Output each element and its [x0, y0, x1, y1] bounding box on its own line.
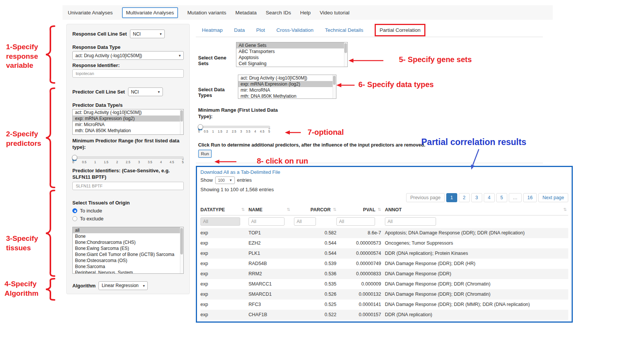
column-header-pval[interactable]: PVAL⇅ — [336, 207, 381, 212]
pagination: Previous page 1 2 3 4 5 … 16 Next page — [200, 193, 568, 202]
results-table: DATATYPE⇅ NAME⇅ PARCOR⇅ PVAL⇅ ANNOT⇅ exp… — [200, 204, 568, 320]
sort-icon[interactable]: ⇅ — [333, 207, 336, 212]
list-option-selected[interactable]: exp: mRNA Expression (log2) — [73, 115, 183, 122]
list-option[interactable]: Bone:Osteosarcoma (OS) — [73, 257, 183, 264]
tab-data[interactable]: Data — [234, 27, 245, 33]
page-button-1[interactable]: 1 — [446, 193, 457, 202]
tab-plot[interactable]: Plot — [256, 27, 265, 33]
table-body: expTOP10.5828.6e-7Apoptosis; DNA Damage … — [200, 228, 568, 320]
tab-partial-correlation[interactable]: Partial Correlation — [375, 24, 425, 36]
nav-tab-search-ids[interactable]: Search IDs — [266, 10, 291, 16]
sort-icon[interactable]: ⇅ — [287, 207, 290, 212]
list-option[interactable]: Apoptosis — [236, 55, 347, 61]
cell-annot: Apoptosis; DNA Damage Response (DDR); DD… — [381, 230, 568, 236]
app: Univariate Analyses Multivariate Analyse… — [0, 0, 644, 362]
list-option[interactable]: mth: DNA 850K Methylation — [73, 128, 183, 134]
list-option[interactable]: Bone:Giant Cell Tumor of Bone (GCTB) Sar… — [73, 251, 183, 257]
column-header-name[interactable]: NAME⇅ — [249, 207, 294, 212]
previous-page-button[interactable]: Previous page — [406, 193, 445, 202]
list-option[interactable]: Peripheral_Nervous_System — [73, 270, 183, 274]
sort-icon[interactable]: ⇅ — [241, 207, 245, 212]
response-identifier-label: Response Identifier: — [72, 62, 184, 68]
list-option[interactable]: Bone:Ewing Sarcoma (ES) — [73, 245, 183, 251]
cell-parcor: 0.544 — [294, 251, 336, 256]
list-option[interactable]: mir: MicroRNA — [73, 122, 183, 128]
cell-pval: 8.6e-7 — [336, 230, 381, 236]
nav-tab-help[interactable]: Help — [300, 10, 311, 16]
nav-tab-mutation-variants[interactable]: Mutation variants — [187, 10, 226, 16]
list-option-selected[interactable]: exp: mRNA Expression (log2) — [238, 81, 336, 87]
cell-annot: DNA Damage Response (DDR); DDR (HR) — [381, 261, 568, 266]
filter-name-input[interactable] — [249, 217, 284, 226]
page-button-3[interactable]: 3 — [471, 193, 482, 202]
filter-datatype-input[interactable] — [200, 217, 240, 226]
tab-technical-details[interactable]: Technical Details — [325, 27, 363, 33]
download-link[interactable]: Download All as a Tab-Delimited File — [200, 169, 568, 175]
min-range-slider: 0 5 00.511.522.533.544.55 — [198, 126, 270, 133]
radio-unselected-icon — [72, 216, 77, 221]
predictor-cell-line-set-select[interactable]: NCI ▾ — [128, 87, 163, 96]
response-data-type-select[interactable]: act: Drug Activity (-log10[IC50M]) ▾ — [72, 51, 184, 60]
page-button-4[interactable]: 4 — [484, 193, 495, 202]
slider-track[interactable] — [72, 156, 184, 159]
algorithm-select[interactable]: Linear Regression ▾ — [98, 281, 148, 290]
column-header-parcor[interactable]: PARCOR⇅ — [294, 207, 336, 212]
list-option[interactable]: act: Drug Activity (-log10[IC50M]) — [238, 75, 336, 81]
page-button-16[interactable]: 16 — [523, 193, 537, 202]
page-button-2[interactable]: 2 — [459, 193, 470, 202]
cell-name: SMARCC1 — [249, 281, 294, 287]
list-option[interactable]: Bone — [73, 233, 183, 239]
cell-name: RAD54B — [249, 261, 294, 266]
tissue-exclude-radio[interactable]: To exclude — [72, 216, 184, 222]
page-button-5[interactable]: 5 — [496, 193, 507, 202]
scrollbar[interactable] — [180, 109, 183, 134]
filter-parcor-input[interactable] — [294, 217, 316, 226]
filter-pval-input[interactable] — [336, 217, 375, 226]
cell-annot: DNA Damage Response (DDR); DDR (MMR); DD… — [381, 302, 568, 307]
nav-tab-univariate-analyses[interactable]: Univariate Analyses — [68, 10, 113, 16]
sort-icon[interactable]: ⇅ — [378, 207, 381, 212]
red-arrow-icon — [348, 58, 384, 63]
table-filter-row — [200, 215, 568, 228]
tab-cross-validation[interactable]: Cross-Validation — [277, 27, 314, 33]
list-option-selected[interactable]: all — [73, 227, 183, 233]
tissue-include-radio[interactable]: To include — [72, 208, 184, 214]
column-header-annot[interactable]: ANNOT⇅ — [381, 207, 568, 212]
slider-handle[interactable] — [198, 124, 203, 130]
list-option[interactable]: mir: MicroRNA — [238, 87, 336, 93]
list-option[interactable]: mth: DNA 850K Methylation — [238, 93, 336, 99]
next-page-button[interactable]: Next page — [538, 193, 568, 202]
column-header-datatype[interactable]: DATATYPE⇅ — [200, 207, 249, 212]
list-option-selected[interactable]: All Gene Sets — [236, 42, 347, 48]
nav-tab-metadata[interactable]: Metadata — [235, 10, 256, 16]
slider-handle[interactable] — [72, 155, 77, 160]
list-option[interactable]: Cell Signaling — [236, 61, 347, 67]
scrollbar[interactable] — [344, 42, 347, 67]
cell-datatype: exp — [200, 240, 249, 246]
cell-parcor: 0.582 — [294, 230, 336, 236]
sort-icon[interactable]: ⇅ — [563, 207, 567, 212]
slider-track[interactable] — [198, 126, 270, 128]
nav-tab-multivariate-analyses[interactable]: Multivariate Analyses — [122, 7, 178, 18]
list-option[interactable]: Bone:Sarcoma — [73, 264, 183, 270]
response-cell-line-set-select[interactable]: NCI ▾ — [130, 30, 165, 38]
filter-annot-input[interactable] — [385, 217, 436, 226]
table-row: expRFC30.5250.0000141DNA Damage Response… — [200, 300, 568, 310]
list-option[interactable]: act: Drug Activity (-log10[IC50M]) — [73, 109, 183, 115]
predictor-identifiers-label: Predictor Identifiers: (Case-Sensitive, … — [72, 168, 184, 181]
list-option[interactable]: ABC Transporters — [236, 48, 347, 55]
nav-tab-video-tutorial[interactable]: Video tutorial — [320, 10, 350, 16]
predictor-cell-line-set-value: NCI — [131, 89, 139, 95]
predictor-identifiers-input[interactable]: SLFN11 BPTF — [72, 182, 184, 190]
entries-select[interactable]: 100 ▾ — [215, 176, 235, 184]
min-predictor-range-label: Minimum Predictor Range (for first liste… — [72, 138, 184, 151]
scrollbar[interactable] — [180, 227, 183, 273]
entries-label: entries — [237, 177, 252, 183]
cell-annot: DNA Damage Response (DDR); DDR (Chromati… — [381, 292, 568, 297]
response-identifier-input[interactable]: topotecan — [72, 69, 184, 78]
cell-annot: DDR (DNA replication); Protein Kinases — [381, 251, 568, 256]
list-option[interactable]: Bone:Chondrosarcoma (CHS) — [73, 239, 183, 245]
run-button[interactable]: Run — [198, 150, 212, 158]
tab-heatmap[interactable]: Heatmap — [202, 27, 223, 33]
brace-annotation-1 — [44, 25, 56, 84]
